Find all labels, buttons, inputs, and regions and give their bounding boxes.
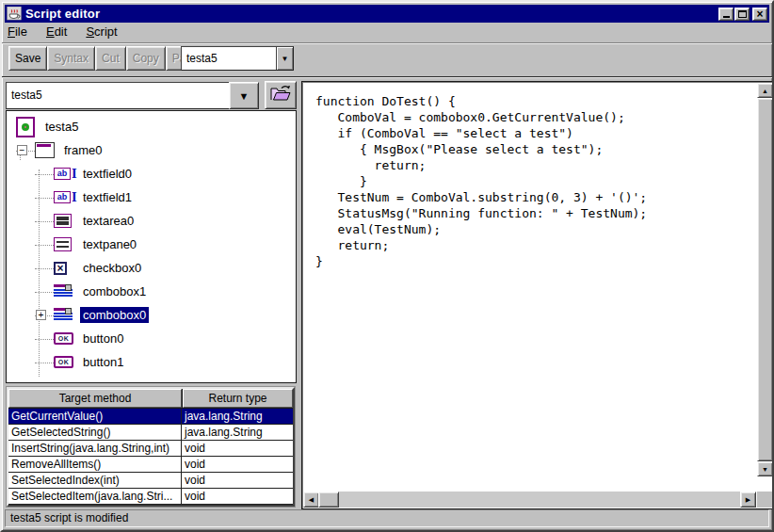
checkbox-icon: × [54, 262, 77, 275]
titlebar[interactable]: Script editor × [5, 5, 769, 23]
menu-separator [2, 42, 772, 44]
toolbar: SaveSyntaxCutCopyPaste testa5 ▼ [8, 46, 768, 73]
tree-connector [35, 185, 54, 209]
tree-item-combobox1[interactable]: combobox1 [7, 280, 296, 303]
expand-icon[interactable]: + [36, 310, 46, 320]
toolbar-syntax-button[interactable]: Syntax [47, 46, 95, 71]
tree-connector [35, 280, 54, 303]
button-icon: OK [54, 356, 77, 368]
method-name-cell[interactable]: SetSelectedItem(java.lang.Stri... [8, 489, 182, 504]
tree-item-textarea0[interactable]: textarea0 [7, 209, 296, 233]
tree-item-button1[interactable]: OKbutton1 [7, 350, 296, 374]
method-name-cell[interactable]: InsertString(java.lang.String,int) [8, 441, 182, 456]
script-selector-combobox[interactable]: testa5 ▼ [181, 46, 294, 71]
vertical-scrollbar[interactable]: ▲ ▼ [757, 83, 773, 476]
tree-item-label[interactable]: combobox0 [80, 307, 149, 323]
menu-bar: FileEditScript [8, 24, 137, 40]
return-type-cell[interactable]: void [182, 441, 293, 456]
toolbar-cut-button[interactable]: Cut [95, 46, 126, 71]
toolbar-copy-button[interactable]: Copy [126, 46, 166, 71]
menu-script[interactable]: Script [86, 24, 117, 39]
tree-item-checkbox0[interactable]: ×checkbox0 [7, 256, 296, 280]
tree-item-label[interactable]: checkbox0 [80, 260, 144, 276]
maximize-icon [738, 10, 747, 18]
menu-edit[interactable]: Edit [46, 24, 67, 39]
textpane-icon [54, 237, 77, 251]
script-doc-icon [16, 117, 40, 137]
tree-item-label[interactable]: textfield0 [80, 166, 135, 182]
tree-connector [35, 256, 54, 280]
chevron-down-icon[interactable]: ▼ [276, 47, 293, 70]
textfield-icon: abI [54, 191, 77, 203]
status-bar: testa5 script is modified [5, 509, 769, 527]
method-name-cell[interactable]: GetSelectedString() [8, 425, 182, 440]
method-row[interactable]: GetSelectedString()java.lang.String [8, 425, 293, 441]
methods-table: Target method Return type GetCurrentValu… [7, 387, 295, 507]
status-text: testa5 script is modified [10, 511, 128, 524]
scroll-right-icon[interactable]: ▶ [740, 492, 756, 508]
combobox-icon [54, 308, 77, 323]
method-name-cell[interactable]: RemoveAllItems() [8, 457, 182, 472]
return-type-cell[interactable]: void [182, 489, 293, 504]
tree-connector: + [35, 303, 54, 327]
tree-connector [35, 209, 54, 233]
horizontal-scrollbar[interactable]: ◀ ▶ [303, 492, 756, 508]
component-combobox[interactable]: testa5 [6, 82, 230, 109]
method-row[interactable]: RemoveAllItems()void [8, 457, 293, 473]
column-header-return-type[interactable]: Return type [183, 389, 293, 408]
return-type-cell[interactable]: java.lang.String [182, 409, 293, 424]
maximize-button[interactable] [734, 8, 750, 21]
tree-item-label[interactable]: button0 [80, 330, 126, 347]
tree-item-label[interactable]: textpane0 [80, 236, 139, 252]
tree-item-combobox0[interactable]: +combobox0 [7, 303, 296, 327]
toolbar-separator [2, 76, 772, 78]
minimize-button[interactable] [718, 8, 734, 21]
method-name-cell[interactable]: SetSelectedIndex(int) [8, 473, 182, 488]
minimize-icon [723, 16, 730, 18]
code-editor[interactable]: function DoTest() { ComboVal = combobox0… [304, 84, 756, 491]
return-type-cell[interactable]: void [182, 473, 293, 488]
open-script-button[interactable] [265, 81, 297, 109]
window-title: Script editor [25, 7, 100, 21]
script-editor-window: Script editor × FileEditScript SaveSynta… [0, 0, 774, 532]
component-combobox-dropdown-button[interactable]: ▼ [229, 82, 259, 109]
tree-item-textfield1[interactable]: abItextfield1 [7, 185, 296, 209]
tree-connector [35, 233, 54, 256]
table-header: Target method Return type [8, 389, 293, 409]
tree-item-frame0[interactable]: −frame0 [7, 138, 296, 162]
tree-item-button0[interactable]: OKbutton0 [7, 327, 296, 350]
tree-item-textpane0[interactable]: textpane0 [7, 233, 296, 256]
menu-file[interactable]: File [8, 24, 27, 39]
tree-item-label[interactable]: button1 [80, 354, 126, 370]
tree-item-label[interactable]: testa5 [42, 119, 81, 135]
window-controls: × [718, 8, 767, 21]
horizontal-scrollbar-thumb[interactable] [318, 492, 339, 508]
method-name-cell[interactable]: GetCurrentValue() [8, 409, 182, 424]
scroll-up-icon[interactable]: ▲ [757, 83, 773, 98]
scroll-left-icon[interactable]: ◀ [303, 492, 319, 508]
tree-item-label[interactable]: textarea0 [80, 213, 137, 229]
script-selector-value: testa5 [182, 52, 276, 65]
tree-item-testa5[interactable]: testa5 [7, 115, 296, 138]
method-row[interactable]: SetSelectedItem(java.lang.Stri...void [8, 489, 293, 505]
scroll-down-icon[interactable]: ▼ [757, 461, 773, 476]
column-header-target-method[interactable]: Target method [8, 389, 182, 408]
tree-item-textfield0[interactable]: abItextfield0 [7, 162, 296, 185]
return-type-cell[interactable]: void [182, 457, 293, 472]
return-type-cell[interactable]: java.lang.String [182, 425, 293, 440]
collapse-icon[interactable]: − [17, 145, 27, 155]
method-row[interactable]: GetCurrentValue()java.lang.String [8, 409, 293, 425]
component-tree[interactable]: testa5−frame0abItextfield0abItextfield1t… [6, 110, 297, 383]
button-icon: OK [54, 332, 77, 345]
scrollbar-corner [757, 492, 773, 508]
method-row[interactable]: SetSelectedIndex(int)void [8, 473, 293, 489]
method-row[interactable]: InsertString(java.lang.String,int)void [8, 441, 293, 457]
tree-item-label[interactable]: combobox1 [80, 283, 149, 299]
toolbar-save-button[interactable]: Save [8, 46, 47, 71]
vertical-scrollbar-thumb[interactable] [757, 98, 773, 461]
close-button[interactable]: × [752, 8, 767, 21]
tree-item-label[interactable]: textfield1 [80, 189, 135, 205]
tree-item-label[interactable]: frame0 [61, 142, 105, 158]
textarea-icon [54, 214, 77, 228]
textfield-icon: abI [54, 168, 77, 180]
